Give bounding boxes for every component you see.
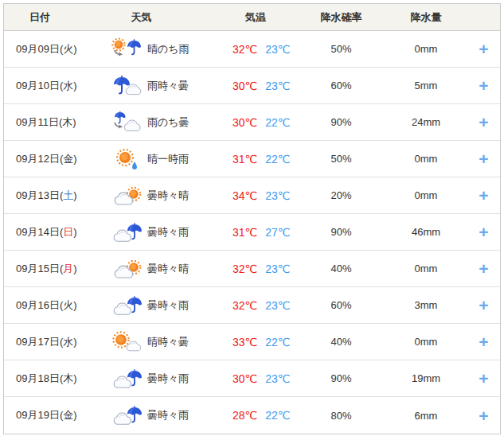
high-temp-label: 33℃ bbox=[232, 336, 257, 348]
date-label: 09月16日(火) bbox=[16, 299, 77, 311]
table-row: 09月14日(日) 曇時々雨 31℃ 27℃ 90% 46mm + bbox=[4, 214, 500, 251]
high-temp-label: 30℃ bbox=[232, 372, 257, 385]
low-temp-label: 23℃ bbox=[265, 80, 290, 92]
high-temp-label: 31℃ bbox=[232, 226, 257, 239]
add-expand-button[interactable]: + bbox=[479, 114, 488, 130]
precip-amount-value: 19mm bbox=[386, 372, 474, 384]
precip-probability-value: 90% bbox=[303, 226, 386, 238]
weather-cell: 曇時々雨 bbox=[111, 367, 231, 391]
header-date: 日付 bbox=[4, 10, 111, 25]
temperature-cell: 33℃ 22℃ bbox=[231, 336, 303, 348]
precip-amount-value: 6mm bbox=[386, 410, 474, 422]
add-expand-button[interactable]: + bbox=[479, 260, 488, 277]
cloud-sun-icon bbox=[111, 257, 143, 281]
precip-amount-value: 24mm bbox=[386, 116, 474, 128]
expand-cell: + bbox=[474, 407, 500, 424]
weather-label: 雨のち曇 bbox=[147, 115, 189, 130]
high-temp-label: 32℃ bbox=[232, 299, 257, 312]
expand-cell: + bbox=[474, 297, 500, 313]
sun-cloud-icon bbox=[111, 330, 143, 354]
table-row: 09月18日(木) 曇時々雨 30℃ 23℃ 90% 19mm + bbox=[4, 360, 500, 397]
date-label: 09月17日(水) bbox=[16, 336, 77, 348]
low-temp-label: 23℃ bbox=[265, 263, 290, 275]
temperature-cell: 34℃ 23℃ bbox=[231, 189, 303, 202]
table-row: 09月16日(火) 曇時々雨 32℃ 23℃ 60% 3mm + bbox=[4, 287, 500, 324]
header-precip-amount: 降水量 bbox=[386, 10, 474, 25]
expand-cell: + bbox=[474, 224, 500, 240]
table-row: 09月15日(月) 曇時々晴 32℃ 23℃ 40% 0mm + bbox=[4, 251, 500, 287]
add-expand-button[interactable]: + bbox=[479, 187, 488, 204]
cloud-umbrella-icon bbox=[111, 403, 143, 427]
date-label: 09月09日(火) bbox=[16, 43, 77, 55]
precip-probability-value: 90% bbox=[303, 372, 386, 384]
date-cell: 09月11日(木) bbox=[4, 115, 111, 130]
precip-probability-value: 60% bbox=[303, 80, 386, 91]
high-temp-label: 32℃ bbox=[232, 263, 257, 275]
add-expand-button[interactable]: + bbox=[479, 407, 488, 424]
precip-amount-value: 46mm bbox=[386, 226, 474, 238]
high-temp-label: 32℃ bbox=[232, 43, 257, 56]
add-expand-button[interactable]: + bbox=[479, 333, 488, 350]
date-cell: 09月19日(金) bbox=[4, 408, 111, 422]
weather-label: 曇時々雨 bbox=[147, 225, 189, 239]
table-row: 09月19日(金) 曇時々雨 28℃ 22℃ 80% 6mm + bbox=[4, 397, 500, 434]
add-expand-button[interactable]: + bbox=[479, 41, 488, 57]
expand-cell: + bbox=[474, 187, 500, 204]
weather-label: 曇時々雨 bbox=[147, 408, 189, 422]
temperature-cell: 30℃ 22℃ bbox=[231, 116, 303, 129]
table-row: 09月13日(土) 曇時々晴 34℃ 23℃ 20% 0mm + bbox=[4, 177, 500, 214]
weather-label: 曇時々晴 bbox=[147, 189, 189, 203]
precip-probability-value: 40% bbox=[303, 263, 386, 274]
date-label: 09月13日(土) bbox=[16, 189, 77, 201]
add-expand-button[interactable]: + bbox=[479, 297, 488, 313]
add-expand-button[interactable]: + bbox=[479, 224, 488, 240]
add-expand-button[interactable]: + bbox=[479, 150, 488, 167]
weather-label: 晴のち雨 bbox=[147, 42, 189, 56]
umbrella-cloud-icon bbox=[111, 74, 143, 98]
high-temp-label: 31℃ bbox=[232, 153, 257, 165]
add-expand-button[interactable]: + bbox=[479, 370, 488, 387]
date-label: 09月14日(日) bbox=[16, 226, 77, 238]
date-cell: 09月09日(火) bbox=[4, 42, 111, 56]
temperature-cell: 30℃ 23℃ bbox=[231, 372, 303, 385]
temperature-cell: 32℃ 23℃ bbox=[231, 43, 303, 56]
cloud-umbrella-icon bbox=[111, 220, 143, 244]
weather-cell: 曇時々雨 bbox=[111, 294, 231, 317]
precip-amount-value: 0mm bbox=[386, 189, 474, 201]
weather-label: 雨時々曇 bbox=[147, 79, 189, 93]
umbrella-arrow-cloud-icon bbox=[111, 111, 143, 134]
high-temp-label: 30℃ bbox=[232, 116, 257, 129]
header-weather: 天気 bbox=[111, 10, 231, 25]
expand-cell: + bbox=[474, 77, 500, 94]
low-temp-label: 23℃ bbox=[265, 43, 290, 56]
weather-cell: 雨のち曇 bbox=[111, 111, 231, 134]
temperature-cell: 31℃ 27℃ bbox=[231, 226, 303, 239]
table-body: 09月09日(火) 晴のち雨 32℃ 23℃ 50% 0mm + 09月10日(… bbox=[4, 31, 500, 434]
precip-probability-value: 50% bbox=[303, 43, 386, 55]
cloud-umbrella-icon bbox=[111, 367, 143, 391]
expand-cell: + bbox=[474, 260, 500, 277]
precip-probability-value: 80% bbox=[303, 410, 386, 422]
weather-cell: 曇時々雨 bbox=[111, 220, 231, 244]
high-temp-label: 28℃ bbox=[232, 409, 257, 422]
low-temp-label: 22℃ bbox=[265, 409, 290, 422]
table-row: 09月11日(木) 雨のち曇 30℃ 22℃ 90% 24mm + bbox=[4, 104, 500, 141]
high-temp-label: 30℃ bbox=[232, 80, 257, 92]
date-cell: 09月15日(月) bbox=[4, 262, 111, 276]
date-label: 09月19日(金) bbox=[16, 409, 77, 421]
expand-cell: + bbox=[474, 114, 500, 130]
add-expand-button[interactable]: + bbox=[479, 77, 488, 94]
cloud-umbrella-icon bbox=[111, 294, 143, 317]
weather-label: 晴時々曇 bbox=[147, 335, 189, 349]
weather-cell: 曇時々晴 bbox=[111, 257, 231, 281]
low-temp-label: 23℃ bbox=[265, 372, 290, 385]
weather-cell: 晴一時雨 bbox=[111, 147, 231, 171]
precip-amount-value: 0mm bbox=[386, 263, 474, 274]
precip-probability-value: 90% bbox=[303, 116, 386, 128]
table-header-row: 日付 天気 気温 降水確率 降水量 bbox=[4, 4, 500, 31]
temperature-cell: 32℃ 23℃ bbox=[231, 263, 303, 275]
header-precip-probability: 降水確率 bbox=[303, 10, 386, 25]
precip-amount-value: 0mm bbox=[386, 43, 474, 55]
high-temp-label: 34℃ bbox=[232, 189, 257, 202]
date-label: 09月12日(金) bbox=[16, 153, 77, 165]
